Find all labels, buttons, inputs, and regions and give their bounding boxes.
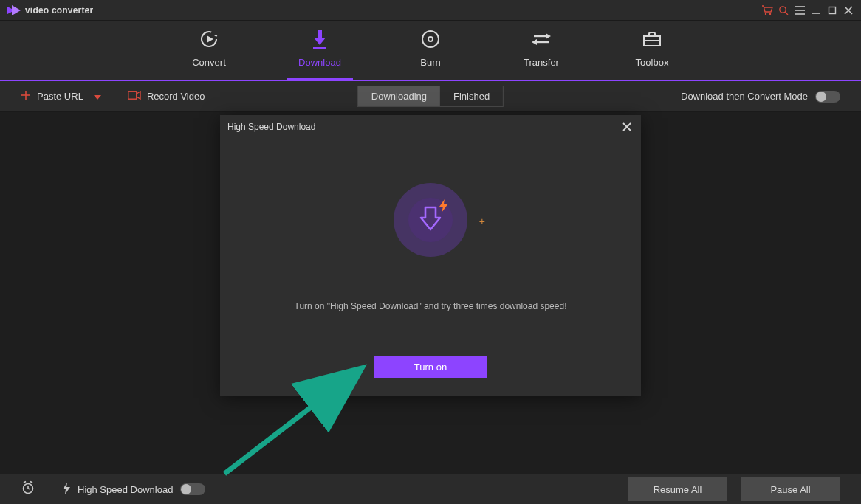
tab-label: Toolbox — [636, 57, 669, 68]
plus-accent-icon: + — [479, 215, 485, 227]
svg-rect-10 — [829, 7, 836, 13]
menu-button[interactable] — [792, 2, 808, 18]
burn-icon — [421, 29, 440, 49]
download-status-segment: Downloading Finished — [357, 86, 504, 107]
modal-message: Turn on "High Speed Download" and try th… — [295, 301, 567, 311]
tab-label: Transfer — [524, 57, 559, 68]
svg-point-2 — [765, 13, 766, 14]
hsd-toggle[interactable] — [180, 483, 205, 495]
convert-mode-toggle[interactable] — [815, 91, 840, 103]
svg-marker-34 — [439, 199, 448, 213]
tab-transfer[interactable]: Transfer — [508, 29, 574, 80]
stage: High Speed Download + Turn on "High Spee… — [0, 112, 861, 474]
svg-marker-14 — [207, 35, 213, 43]
bolt-icon — [439, 199, 448, 215]
tab-convert[interactable]: Convert — [176, 29, 242, 80]
download-icon — [311, 29, 329, 49]
svg-marker-22 — [546, 33, 551, 39]
svg-marker-31 — [137, 92, 140, 99]
tab-label: Burn — [420, 57, 440, 68]
svg-rect-30 — [128, 92, 137, 99]
resume-all-button[interactable]: Resume All — [628, 477, 727, 501]
app-logo-icon — [7, 5, 21, 15]
modal-title: High Speed Download — [227, 122, 315, 132]
svg-point-20 — [428, 37, 433, 41]
modal-close-button[interactable] — [620, 120, 634, 134]
tab-label: Download — [298, 57, 341, 68]
svg-rect-16 — [318, 30, 322, 38]
svg-marker-24 — [532, 39, 537, 45]
tab-label: Convert — [192, 57, 226, 68]
svg-marker-29 — [94, 95, 101, 100]
svg-marker-42 — [63, 483, 70, 494]
tab-toolbox[interactable]: Toolbox — [619, 29, 685, 80]
svg-line-5 — [785, 12, 788, 15]
title-bar: video converter — [0, 0, 861, 21]
segment-downloading[interactable]: Downloading — [358, 86, 440, 106]
svg-marker-15 — [214, 35, 218, 37]
bolt-small-icon — [63, 483, 70, 497]
svg-point-4 — [780, 6, 786, 12]
svg-marker-17 — [314, 38, 326, 45]
search-button[interactable] — [775, 2, 792, 18]
chevron-down-icon — [94, 91, 101, 102]
svg-line-40 — [24, 482, 26, 483]
paste-url-button[interactable]: Paste URL — [21, 90, 101, 103]
brand: video converter — [7, 5, 93, 15]
minimize-button[interactable] — [808, 2, 824, 18]
convert-mode-label: Download then Convert Mode — [681, 91, 808, 102]
pause-all-button[interactable]: Pause All — [741, 477, 840, 501]
maximize-button[interactable] — [824, 2, 840, 18]
footer: High Speed Download Resume All Pause All — [0, 474, 861, 504]
tab-download[interactable]: Download — [287, 29, 353, 80]
clock-icon[interactable] — [21, 480, 35, 498]
camera-icon — [128, 91, 141, 102]
main-tabs: Convert Download Burn Transfer Toolbox — [0, 21, 861, 81]
modal-turn-on-button[interactable]: Turn on — [374, 356, 487, 378]
segment-finished[interactable]: Finished — [440, 86, 503, 106]
hsd-label: High Speed Download — [78, 484, 173, 495]
toolbox-icon — [642, 29, 662, 49]
svg-line-39 — [28, 489, 30, 489]
record-video-button[interactable]: Record Video — [128, 91, 205, 102]
transfer-icon — [531, 29, 552, 49]
high-speed-download-modal: High Speed Download + Turn on "High Spee… — [220, 115, 641, 396]
tab-burn[interactable]: Burn — [397, 29, 464, 80]
record-video-label: Record Video — [147, 91, 205, 102]
paste-url-label: Paste URL — [37, 91, 83, 102]
plus-icon — [21, 90, 31, 103]
modal-graphic: + — [394, 183, 467, 257]
app-name: video converter — [25, 5, 93, 15]
close-window-button[interactable] — [840, 2, 857, 18]
convert-icon — [199, 29, 219, 49]
svg-point-19 — [422, 31, 439, 47]
toolbar: Paste URL Record Video Downloading Finis… — [0, 81, 861, 112]
svg-marker-1 — [12, 5, 21, 15]
svg-line-41 — [30, 482, 32, 483]
svg-point-3 — [769, 13, 771, 14]
cart-button[interactable] — [759, 2, 775, 18]
